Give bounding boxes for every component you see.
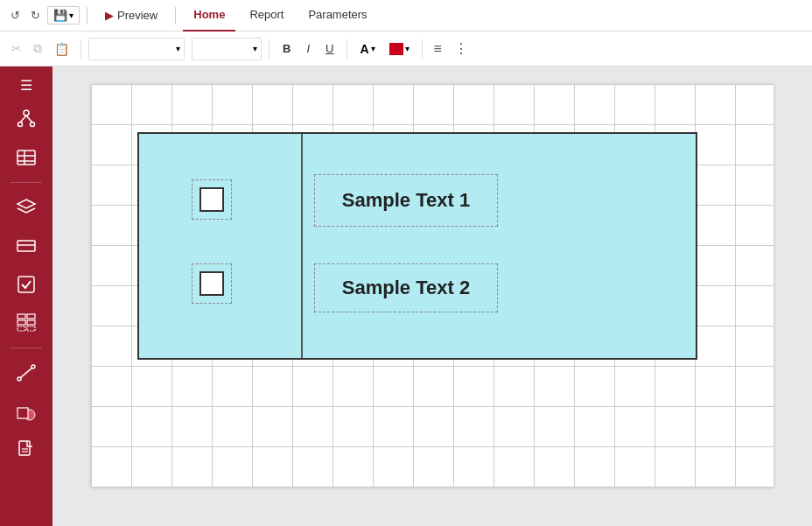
sidebar-item-grid2[interactable] — [7, 305, 46, 340]
preview-label: Preview — [117, 9, 158, 22]
sidebar-item-table[interactable] — [7, 140, 46, 175]
svg-rect-23 — [18, 408, 28, 418]
align-left-button[interactable]: ≡ — [430, 39, 446, 60]
italic-icon: I — [306, 42, 310, 55]
copy-icon: ⧉ — [33, 41, 42, 56]
sidebar-item-line[interactable] — [7, 355, 46, 390]
bold-button[interactable]: B — [276, 39, 297, 59]
divider2 — [175, 7, 176, 25]
align-left-icon: ≡ — [434, 41, 442, 56]
cut-button[interactable]: ✂ — [7, 39, 25, 58]
align-more-icon: ⋮ — [454, 41, 468, 56]
save-button[interactable]: 💾 ▾ — [47, 6, 80, 25]
font-color-icon: A — [360, 42, 368, 56]
underline-button[interactable]: U — [319, 39, 340, 59]
check-icon — [16, 274, 37, 295]
sidebar-item-doc[interactable] — [7, 432, 46, 467]
tb-sep3 — [346, 39, 347, 59]
sample-text-1-value: Sample Text 1 — [342, 189, 470, 212]
svg-rect-24 — [19, 441, 30, 455]
highlight-dropdown: ▾ — [405, 44, 410, 53]
toolbar: ✂ ⧉ 📋 ▾ ▾ B I U A ▾ ◼ ▾ ≡ ⋮ — [0, 32, 812, 67]
checkbox-inner-2 — [200, 271, 224, 296]
svg-point-20 — [32, 365, 35, 368]
svg-point-2 — [31, 123, 35, 127]
cut-icon: ✂ — [11, 42, 21, 55]
sample-text-2[interactable]: Sample Text 2 — [314, 263, 498, 312]
svg-line-21 — [20, 368, 32, 377]
italic-button[interactable]: I — [300, 39, 316, 59]
align-more-button[interactable]: ⋮ — [450, 38, 472, 60]
font-color-dropdown: ▾ — [371, 44, 375, 53]
top-menu-bar: ↺ ↻ 💾 ▾ ▶ Preview Home Report Parameters — [0, 0, 812, 32]
copy-button[interactable]: ⧉ — [29, 39, 46, 59]
canvas-page: Sample Text 1 Sample Text 2 — [91, 84, 774, 487]
checkbox-inner-1 — [200, 187, 224, 212]
svg-point-19 — [18, 377, 21, 381]
checkbox-item-2[interactable] — [192, 263, 232, 304]
save-icon: 💾 — [53, 9, 67, 22]
svg-line-4 — [26, 116, 32, 123]
sidebar: ☰ — [0, 67, 52, 526]
canvas-area[interactable]: Sample Text 1 Sample Text 2 — [52, 67, 812, 526]
sample-text-1[interactable]: Sample Text 1 — [314, 174, 498, 227]
sidebar-divider2 — [10, 347, 42, 348]
save-dropdown-arrow: ▾ — [69, 11, 74, 20]
band-icon — [16, 235, 37, 256]
redo-button[interactable]: ↻ — [27, 7, 44, 24]
font-dropdown-arrow: ▾ — [176, 44, 180, 53]
bold-icon: B — [283, 42, 290, 55]
hamburger-menu-button[interactable]: ☰ — [15, 74, 38, 98]
size-dropdown-arrow: ▾ — [253, 44, 257, 53]
tb-sep1 — [80, 39, 81, 59]
hamburger-icon: ☰ — [20, 79, 32, 93]
doc-icon — [16, 439, 37, 460]
column-divider — [301, 134, 303, 358]
main-layout: ☰ — [0, 67, 812, 526]
grid2-icon — [16, 312, 37, 333]
table-icon — [16, 147, 37, 168]
tab-parameters[interactable]: Parameters — [298, 0, 377, 32]
paste-icon: 📋 — [54, 42, 69, 56]
sidebar-item-check[interactable] — [7, 267, 46, 302]
svg-rect-14 — [27, 314, 35, 319]
preview-button[interactable]: ▶ Preview — [94, 5, 168, 25]
svg-rect-13 — [18, 314, 25, 319]
svg-rect-15 — [18, 320, 25, 325]
highlight-button[interactable]: ◼ ▾ — [384, 39, 415, 59]
tab-report[interactable]: Report — [239, 0, 294, 32]
sidebar-item-band[interactable] — [7, 228, 46, 263]
tb-sep2 — [269, 39, 270, 59]
svg-rect-5 — [18, 151, 35, 165]
sidebar-item-shape[interactable] — [7, 394, 46, 429]
divider — [87, 7, 88, 25]
svg-marker-9 — [18, 200, 35, 208]
underline-icon: U — [326, 42, 333, 55]
svg-rect-16 — [27, 320, 35, 325]
svg-rect-17 — [18, 326, 25, 331]
svg-point-1 — [18, 123, 23, 127]
svg-rect-12 — [18, 277, 34, 292]
paste-button[interactable]: 📋 — [50, 39, 74, 59]
svg-rect-18 — [27, 326, 35, 331]
sidebar-item-network[interactable] — [7, 102, 46, 137]
report-container[interactable]: Sample Text 1 Sample Text 2 — [137, 132, 697, 360]
sidebar-item-layers[interactable] — [7, 190, 46, 225]
font-color-button[interactable]: A ▾ — [354, 39, 380, 60]
line-icon — [16, 362, 37, 383]
svg-point-0 — [24, 110, 29, 116]
checkbox-item-1[interactable] — [192, 179, 232, 220]
sidebar-divider1 — [10, 182, 42, 183]
font-dropdown[interactable]: ▾ — [88, 38, 185, 60]
highlight-icon: ◼ — [389, 43, 403, 55]
layers-icon — [16, 197, 37, 218]
network-icon — [16, 109, 37, 130]
undo-button[interactable]: ↺ — [7, 7, 24, 24]
undo-icon: ↺ — [10, 9, 20, 22]
svg-rect-10 — [18, 241, 35, 251]
tab-home[interactable]: Home — [183, 0, 235, 32]
size-dropdown[interactable]: ▾ — [192, 38, 262, 60]
svg-line-3 — [20, 116, 26, 123]
tb-sep4 — [422, 39, 423, 59]
sample-text-2-value: Sample Text 2 — [342, 277, 470, 299]
